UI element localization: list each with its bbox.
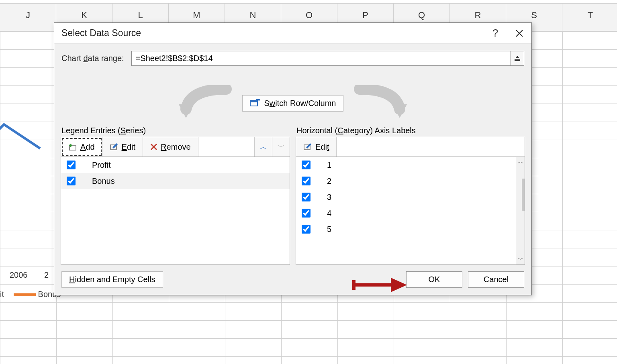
- series-item[interactable]: Profit: [61, 157, 290, 173]
- category-label: 4: [327, 209, 331, 218]
- ok-button[interactable]: OK: [406, 271, 462, 288]
- column-header-J[interactable]: J: [0, 4, 56, 31]
- category-item[interactable]: 4: [296, 205, 525, 221]
- add-series-button[interactable]: Add: [61, 137, 102, 157]
- category-checkbox[interactable]: [302, 225, 311, 234]
- switch-row-column-button[interactable]: Switch Row/Column: [242, 95, 344, 112]
- category-checkbox[interactable]: [302, 209, 311, 218]
- chart-data-range-label: Chart data range:: [61, 54, 124, 63]
- switch-icon: [250, 99, 260, 108]
- category-item[interactable]: 2: [296, 173, 525, 189]
- legend-entries-label: Legend Entries (Series): [61, 126, 290, 135]
- chart-data-range-input-wrap: [131, 51, 524, 66]
- chart-legend: it Bonus: [0, 290, 61, 299]
- category-checkbox[interactable]: [302, 193, 311, 201]
- curve-arrow-right-icon: [351, 85, 412, 121]
- chart-data-range-row: Chart data range:: [54, 44, 531, 66]
- svg-rect-2: [515, 59, 520, 61]
- close-button[interactable]: [507, 23, 531, 43]
- column-header-T[interactable]: T: [562, 4, 617, 31]
- legend-profit-partial: it: [0, 290, 4, 299]
- collapse-icon: [514, 55, 521, 62]
- category-item[interactable]: 3: [296, 189, 525, 205]
- category-label: 1: [327, 161, 331, 170]
- curve-arrow-left-icon: [174, 85, 234, 121]
- move-series-down-button[interactable]: ﹀: [272, 137, 290, 157]
- series-listbox[interactable]: ProfitBonus: [61, 157, 290, 265]
- category-label: 5: [327, 225, 331, 234]
- close-icon: [516, 30, 523, 37]
- hidden-empty-cells-button[interactable]: Hidden and Empty Cells: [61, 271, 163, 288]
- category-label: 2: [327, 177, 331, 186]
- scroll-thumb[interactable]: [522, 179, 525, 211]
- series-checkbox[interactable]: [67, 161, 76, 169]
- series-name: Bonus: [92, 177, 115, 186]
- series-name: Profit: [92, 161, 111, 170]
- chart-data-range-input[interactable]: [132, 51, 510, 65]
- dialog-titlebar: Select Data Source ?: [54, 23, 531, 44]
- series-toolbar: Add Edit Remove ︿ ﹀: [61, 137, 290, 157]
- help-button[interactable]: ?: [483, 23, 507, 43]
- legend-entries-panel: Legend Entries (Series) Add Edit Remove …: [61, 123, 290, 265]
- move-series-up-button[interactable]: ︿: [254, 137, 272, 157]
- axis-labels-label: Horizontal (Category) Axis Labels: [296, 126, 525, 135]
- remove-icon: [150, 143, 157, 150]
- category-item[interactable]: 1: [296, 157, 525, 173]
- edit-series-button[interactable]: Edit: [102, 137, 143, 157]
- chevron-down-icon: ﹀: [278, 142, 285, 152]
- series-item[interactable]: Bonus: [61, 173, 290, 189]
- scroll-down-button[interactable]: ﹀: [516, 255, 525, 264]
- category-scrollbar[interactable]: ︿ ﹀: [516, 157, 525, 264]
- legend-swatch-orange: [14, 293, 36, 296]
- axis-year-2-partial: 2: [44, 270, 49, 280]
- axis-labels-panel: Horizontal (Category) Axis Labels Edit 1…: [296, 123, 525, 265]
- switch-row: Switch Row/Column: [54, 85, 531, 121]
- dialog-title: Select Data Source: [54, 28, 483, 39]
- edit-icon: [303, 143, 312, 151]
- axis-year-1: 2006: [10, 270, 28, 280]
- series-checkbox[interactable]: [67, 177, 76, 185]
- category-label: 3: [327, 193, 331, 202]
- category-checkbox[interactable]: [302, 177, 311, 185]
- category-checkbox[interactable]: [302, 161, 311, 169]
- edit-icon: [110, 143, 118, 151]
- cancel-button[interactable]: Cancel: [468, 271, 524, 288]
- svg-rect-4: [250, 100, 257, 102]
- select-data-source-dialog: Select Data Source ? Chart data range:: [54, 22, 532, 295]
- chevron-up-icon: ︿: [260, 142, 267, 152]
- category-listbox[interactable]: 12345 ︿ ﹀: [296, 157, 525, 265]
- category-item[interactable]: 5: [296, 221, 525, 237]
- scroll-up-button[interactable]: ︿: [516, 157, 525, 167]
- collapse-dialog-button[interactable]: [510, 51, 524, 65]
- edit-axis-button[interactable]: Edit: [296, 137, 337, 157]
- dialog-footer: Hidden and Empty Cells OK Cancel: [54, 265, 531, 295]
- lists-row: Legend Entries (Series) Add Edit Remove …: [54, 123, 531, 265]
- remove-series-button[interactable]: Remove: [143, 137, 198, 157]
- add-icon: [68, 143, 77, 151]
- axis-toolbar: Edit: [296, 137, 525, 157]
